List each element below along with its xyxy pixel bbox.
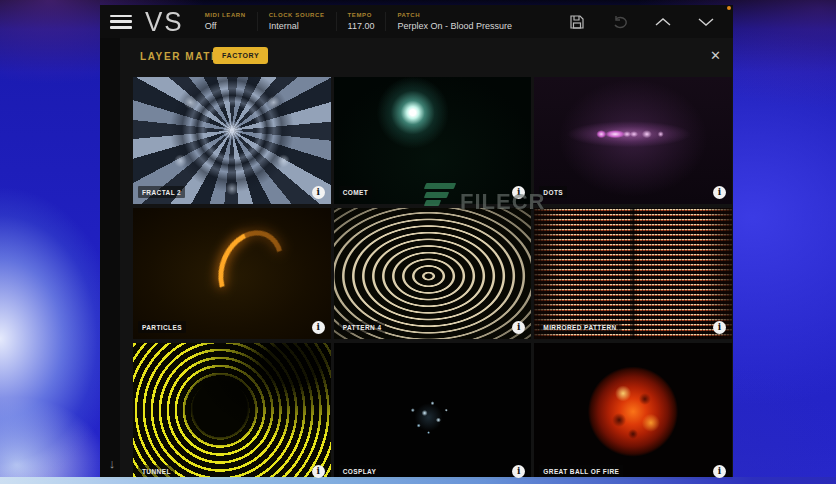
clock-source-label: CLOCK SOURCE: [269, 12, 325, 18]
info-icon[interactable]: i: [713, 186, 726, 199]
material-name: FRACTAL 2: [138, 186, 185, 198]
vs-app-window: VS MIDI LEARN Off CLOCK SOURCE Internal …: [100, 5, 733, 479]
material-name: COSPLAY: [339, 465, 381, 477]
pattern-4-thumbnail: [334, 208, 532, 339]
patch-value[interactable]: Perplex On - Blood Pressure: [397, 21, 512, 31]
desktop-wallpaper: VS MIDI LEARN Off CLOCK SOURCE Internal …: [0, 0, 836, 484]
great-ball-of-fire-thumbnail: [534, 343, 732, 479]
layer-material-panel: LAYER MATERIAL FACTORY ✕ FRACTAL 2 i COM…: [120, 38, 733, 479]
param-tempo: TEMPO 117.00: [336, 12, 386, 31]
app-logo: VS: [145, 8, 184, 35]
info-icon[interactable]: i: [713, 321, 726, 334]
material-name: TUNNEL: [138, 465, 175, 477]
close-icon[interactable]: ✕: [710, 48, 721, 63]
material-name: PATTERN 4: [339, 321, 386, 333]
tempo-label: TEMPO: [348, 12, 375, 18]
mirrored-pattern-thumbnail: [534, 208, 732, 339]
chevron-up-icon[interactable]: [654, 13, 672, 31]
notification-dot: [727, 6, 731, 10]
material-tile-cosplay[interactable]: COSPLAY i: [334, 343, 532, 479]
panel-header: LAYER MATERIAL FACTORY ✕: [120, 38, 733, 77]
material-tile-great-ball-of-fire[interactable]: GREAT BALL OF FIRE i: [534, 343, 732, 479]
material-tile-comet[interactable]: COMET i: [334, 77, 532, 204]
material-name: DOTS: [539, 186, 567, 198]
midi-learn-value[interactable]: Off: [205, 21, 246, 31]
material-name: GREAT BALL OF FIRE: [539, 465, 623, 477]
particles-thumbnail: [133, 208, 331, 339]
save-icon[interactable]: [568, 13, 586, 31]
material-tile-particles[interactable]: PARTICLES i: [133, 208, 331, 339]
comet-thumbnail: [334, 77, 532, 204]
dots-thumbnail: [534, 77, 732, 204]
material-tile-dots[interactable]: DOTS i: [534, 77, 732, 204]
material-grid: FRACTAL 2 i COMET i DOTS i PARTICLES i: [133, 77, 732, 479]
menu-icon[interactable]: [110, 15, 132, 29]
top-bar: VS MIDI LEARN Off CLOCK SOURCE Internal …: [100, 5, 733, 38]
factory-bank-button[interactable]: FACTORY: [213, 47, 268, 64]
chevron-down-icon[interactable]: [697, 13, 715, 31]
patch-label: PATCH: [397, 12, 512, 18]
param-patch: PATCH Perplex On - Blood Pressure: [385, 12, 523, 31]
undo-icon[interactable]: [611, 13, 629, 31]
param-clock-source: CLOCK SOURCE Internal: [257, 12, 336, 31]
cosplay-thumbnail: [334, 343, 532, 479]
topbar-params: MIDI LEARN Off CLOCK SOURCE Internal TEM…: [194, 5, 523, 38]
material-name: MIRRORED PATTERN: [539, 321, 620, 333]
wallpaper-bottom-glow: [0, 477, 836, 484]
param-midi-learn: MIDI LEARN Off: [194, 12, 257, 31]
material-name: PARTICLES: [138, 321, 186, 333]
info-icon[interactable]: i: [312, 321, 325, 334]
left-sidebar-strip: ↓: [100, 38, 120, 479]
material-tile-fractal-2[interactable]: FRACTAL 2 i: [133, 77, 331, 204]
info-icon[interactable]: i: [312, 465, 325, 478]
scroll-down-arrow-icon[interactable]: ↓: [104, 456, 120, 471]
tunnel-thumbnail: [133, 343, 331, 479]
tempo-value[interactable]: 117.00: [348, 21, 375, 31]
material-tile-mirrored-pattern[interactable]: MIRRORED PATTERN i: [534, 208, 732, 339]
material-name: COMET: [339, 186, 372, 198]
material-tile-tunnel[interactable]: TUNNEL i: [133, 343, 331, 479]
midi-learn-label: MIDI LEARN: [205, 12, 246, 18]
fractal-2-thumbnail: [133, 77, 331, 204]
info-icon[interactable]: i: [713, 465, 726, 478]
clock-source-value[interactable]: Internal: [269, 21, 325, 31]
info-icon[interactable]: i: [312, 186, 325, 199]
topbar-actions: [568, 13, 715, 31]
material-tile-pattern-4[interactable]: PATTERN 4 i: [334, 208, 532, 339]
